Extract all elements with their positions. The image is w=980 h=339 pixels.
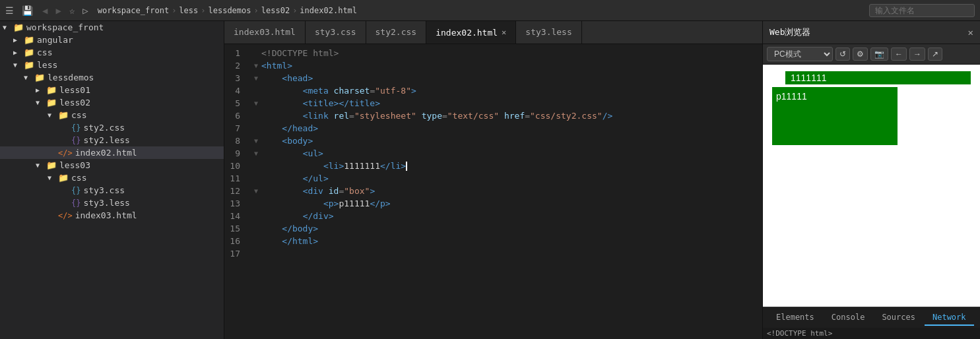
code-line-12: 12 ▼ <div id="box"> — [224, 185, 762, 197]
sidebar-item-css2-sub[interactable]: ▼ 📁 css — [0, 171, 224, 184]
line-content[interactable]: <!DOCTYPE html> — [261, 47, 762, 59]
screenshot-icon[interactable]: 📷 — [870, 47, 888, 61]
line-number: 17 — [224, 247, 251, 260]
browser-mode-select[interactable]: PC模式 — [767, 47, 833, 61]
fold-icon[interactable]: ▼ — [251, 185, 261, 197]
folder-icon: 📁 — [24, 35, 34, 45]
nav-back-button[interactable]: ← — [891, 47, 907, 61]
line-content[interactable]: </html> — [261, 235, 762, 247]
code-editor[interactable]: 1 <!DOCTYPE html> 2 ▼ <html> 3 ▼ <head> … — [224, 44, 762, 339]
sidebar-item-css[interactable]: ▶ 📁 css — [0, 46, 224, 59]
code-line-7: 7 </head> — [224, 122, 762, 135]
sidebar-item-sty3less[interactable]: {} sty3.less — [0, 197, 224, 209]
sidebar-item-angular[interactable]: ▶ 📁 angular — [0, 34, 224, 46]
browser-box-text: p11111 — [776, 91, 807, 102]
devtools-tab-sources[interactable]: Sources — [874, 310, 923, 326]
devtools-tab-console[interactable]: Console — [824, 310, 873, 326]
editor-area: index03.html sty3.css sty2.css index02.h… — [224, 21, 762, 339]
sidebar-item-index02[interactable]: </> index02.html — [0, 146, 224, 159]
tab-label: sty3.css — [315, 27, 356, 37]
code-line-9: 9 ▼ <ul> — [224, 147, 762, 160]
top-bar: ☰ 💾 ◀ ▶ ☆ ▷ workspace_front › less › les… — [0, 0, 980, 21]
browser-box: p11111 — [772, 87, 898, 145]
line-content[interactable]: <body> — [261, 135, 762, 147]
line-number: 7 — [224, 122, 251, 135]
sidebar-item-less02[interactable]: ▼ 📁 less02 — [0, 96, 224, 109]
line-number: 12 — [224, 185, 251, 197]
menu-icon[interactable]: ☰ — [5, 5, 14, 16]
line-number: 16 — [224, 235, 251, 247]
tab-close-button[interactable]: ✕ — [502, 28, 506, 36]
devtools-tab-perf[interactable]: Perfo — [975, 310, 980, 326]
sidebar-item-less[interactable]: ▼ 📁 less — [0, 59, 224, 71]
breadcrumb-less[interactable]: less — [179, 6, 198, 15]
line-content[interactable]: <div id="box"> — [261, 185, 762, 197]
browser-toolbar: PC模式 ↺ ⚙ 📷 ← → ↗ — [763, 44, 980, 65]
sidebar-item-index03[interactable]: </> index03.html — [0, 209, 224, 222]
sidebar-item-workspace[interactable]: ▼ 📁 workspace_front — [0, 21, 224, 34]
fold-icon[interactable]: ▼ — [251, 97, 261, 109]
code-line-11: 11 </ul> — [224, 172, 762, 185]
close-icon[interactable]: ✕ — [968, 27, 973, 38]
tab-index03[interactable]: index03.html — [224, 21, 306, 44]
breadcrumb-root[interactable]: workspace_front — [98, 6, 169, 15]
less-file-icon: {} — [71, 136, 81, 145]
fold-icon[interactable]: ▼ — [251, 59, 261, 72]
devtools-tab-elements[interactable]: Elements — [768, 310, 822, 326]
code-line-2: 2 ▼ <html> — [224, 59, 762, 72]
reload-button[interactable]: ↺ — [835, 47, 850, 61]
tab-sty3less[interactable]: sty3.less — [516, 21, 581, 44]
arrow-icon: ▼ — [48, 111, 58, 119]
tab-index02[interactable]: index02.html ✕ — [426, 21, 516, 44]
file-search-input[interactable] — [869, 4, 975, 17]
tab-label: index03.html — [234, 27, 296, 37]
sidebar: ▼ 📁 workspace_front ▶ 📁 angular ▶ 📁 css … — [0, 21, 224, 339]
line-number: 8 — [224, 135, 251, 147]
folder-icon: 📁 — [13, 22, 24, 32]
fold-icon[interactable]: ▼ — [251, 147, 261, 160]
bookmark-icon[interactable]: ☆ — [67, 4, 77, 17]
line-number: 11 — [224, 172, 251, 185]
fold-icon[interactable]: ▼ — [251, 72, 261, 84]
sidebar-item-sty3css[interactable]: {} sty3.css — [0, 184, 224, 197]
line-content[interactable]: <li>1111111</li> — [261, 160, 762, 172]
sidebar-item-less03[interactable]: ▼ 📁 less03 — [0, 159, 224, 171]
nav-forward-button[interactable]: → — [909, 47, 925, 61]
code-line-10: 10 <li>1111111</li> — [224, 160, 762, 172]
line-content[interactable]: </body> — [261, 222, 762, 235]
external-button[interactable]: ↗ — [928, 47, 942, 61]
line-content[interactable]: </ul> — [261, 172, 762, 185]
forward-button[interactable]: ▶ — [53, 4, 63, 17]
line-number: 5 — [224, 97, 251, 109]
line-content[interactable]: <meta charset="utf-8"> — [261, 84, 762, 97]
run-icon[interactable]: ▷ — [80, 4, 90, 17]
settings-icon[interactable]: ⚙ — [853, 47, 868, 61]
line-content[interactable]: </head> — [261, 122, 762, 135]
line-content[interactable]: <link rel="stylesheet" type="text/css" h… — [261, 109, 762, 122]
breadcrumb-less02[interactable]: less02 — [261, 6, 290, 15]
code-line-16: 16 </html> — [224, 235, 762, 247]
line-content[interactable]: <html> — [261, 59, 762, 72]
fold-icon[interactable]: ▼ — [251, 135, 261, 147]
sidebar-item-sty2css[interactable]: {} sty2.css — [0, 121, 224, 134]
sidebar-item-css-sub[interactable]: ▼ 📁 css — [0, 109, 224, 121]
tab-sty3css[interactable]: sty3.css — [306, 21, 366, 44]
back-button[interactable]: ◀ — [40, 4, 50, 17]
nav-arrows: ◀ ▶ ☆ ▷ — [40, 4, 91, 17]
sidebar-item-sty2less[interactable]: {} sty2.less — [0, 134, 224, 146]
devtools-tab-network[interactable]: Network — [925, 310, 974, 326]
line-content[interactable]: <ul> — [261, 147, 762, 160]
sidebar-item-less01[interactable]: ▶ 📁 less01 — [0, 84, 224, 96]
sidebar-item-lessdemos[interactable]: ▼ 📁 lessdemos — [0, 71, 224, 84]
save-icon[interactable]: 💾 — [22, 5, 33, 16]
line-content[interactable]: <title></title> — [261, 97, 762, 109]
line-content[interactable]: <head> — [261, 72, 762, 84]
tab-sty2css[interactable]: sty2.css — [366, 21, 427, 44]
line-content[interactable]: <p>p11111</p> — [261, 197, 762, 210]
line-number: 3 — [224, 72, 251, 84]
breadcrumb-lessdemos[interactable]: lessdemos — [209, 6, 251, 15]
line-number: 6 — [224, 109, 251, 122]
breadcrumb-file[interactable]: index02.html — [300, 6, 357, 15]
css-file-icon: {} — [71, 123, 81, 133]
line-content[interactable]: </div> — [261, 210, 762, 222]
